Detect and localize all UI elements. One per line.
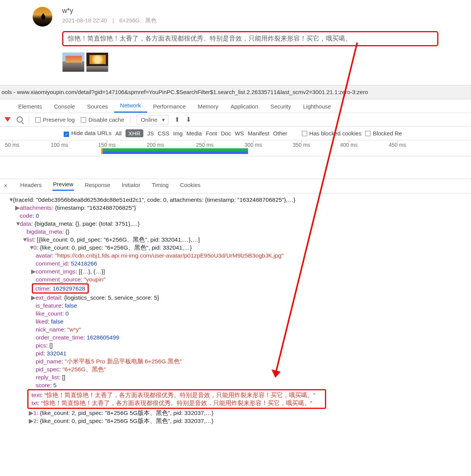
subtab-response[interactable]: Response	[84, 182, 111, 190]
throttling-select[interactable]: Online	[137, 115, 168, 124]
json-preview[interactable]: ▼{traceId: "0debc3956b8ea8d62536dc88e51e…	[0, 193, 471, 432]
filter-css[interactable]: CSS	[158, 130, 170, 137]
subtab-preview[interactable]: Preview	[52, 181, 74, 191]
timeline-tick: 300 ms	[245, 142, 262, 148]
tab-console[interactable]: Console	[48, 103, 81, 113]
subtab-headers[interactable]: Headers	[19, 182, 42, 190]
review-text-highlight: 惊艳！简直惊艳！太香了，各方面表现都很优秀。特别是音效，只能用炸裂来形容！买它，…	[62, 31, 438, 46]
timeline-tick: 350 ms	[293, 142, 310, 148]
tab-network[interactable]: Network	[114, 102, 147, 113]
avatar	[33, 7, 52, 27]
ctime-highlight: ctime: 1629297628	[32, 283, 89, 294]
timeline-tick: 100 ms	[51, 142, 68, 148]
tab-security[interactable]: Security	[264, 103, 297, 113]
filter-media[interactable]: Media	[187, 130, 202, 137]
review-body: w*y 2021-08-18 22:40 | 6+256G、黑色 惊艳！简直惊艳…	[62, 7, 438, 72]
timeline-tick: 250 ms	[196, 142, 214, 148]
close-icon[interactable]: ×	[4, 182, 7, 189]
network-toolbar-1: Preserve log Disable cache Online ⬆ ⬇	[0, 113, 471, 127]
hide-data-urls-checkbox[interactable]: ✓Hide data URLs	[64, 130, 111, 137]
filter-ws[interactable]: WS	[235, 130, 244, 137]
review-images	[62, 52, 438, 72]
subtab-timing[interactable]: Timing	[151, 182, 169, 190]
review-meta: 2021-08-18 22:40 | 6+256G、黑色	[62, 17, 438, 24]
subtab-initiator[interactable]: Initiator	[121, 182, 141, 190]
timeline-tick: 50 ms	[5, 142, 19, 148]
waterfall-timeline[interactable]: 50 ms 100 ms 150 ms 200 ms 250 ms 300 ms…	[0, 140, 471, 156]
request-detail-tabs: × Headers Preview Response Initiator Tim…	[0, 179, 471, 193]
devtools-main-tabs: Elements Console Sources Network Perform…	[0, 99, 471, 113]
tab-performance[interactable]: Performance	[147, 103, 192, 113]
tab-elements[interactable]: Elements	[12, 103, 48, 113]
separator	[130, 116, 130, 123]
meta-separator: |	[113, 17, 114, 24]
filter-icon[interactable]	[5, 117, 11, 122]
timeline-spacer	[0, 156, 471, 179]
separator	[29, 116, 29, 123]
filter-font[interactable]: Font	[206, 130, 217, 137]
blocked-cookies-checkbox[interactable]: Has blocked cookies	[302, 130, 362, 137]
timeline-bar	[103, 148, 248, 151]
preserve-log-checkbox[interactable]: Preserve log	[35, 116, 75, 123]
devtools-titlebar: ools - www.xiaomiyoupin.com/detail?gid=1…	[0, 85, 471, 99]
timeline-bar	[103, 151, 248, 154]
review-spec: 6+256G、黑色	[119, 17, 157, 24]
timeline-tick: 450 ms	[389, 142, 406, 148]
filter-js[interactable]: JS	[147, 130, 154, 137]
tab-sources[interactable]: Sources	[81, 103, 114, 113]
tab-lighthouse[interactable]: Lighthouse	[297, 103, 337, 113]
review-image-thumb[interactable]	[62, 52, 85, 72]
filter-doc[interactable]: Doc	[221, 130, 231, 137]
subtab-cookies[interactable]: Cookies	[179, 182, 201, 190]
reviewer-nick: w*y	[62, 7, 438, 15]
filter-xhr[interactable]: XHR	[126, 129, 144, 137]
review-text: 惊艳！简直惊艳！太香了，各方面表现都很优秀。特别是音效，只能用炸裂来形容！买它，…	[68, 35, 352, 42]
text-highlight-box: text: "惊艳！简直惊艳！太香了，各方面表现都很优秀。特别是音效，只能用炸裂…	[27, 389, 326, 409]
search-icon[interactable]	[17, 116, 23, 123]
blocked-requests-checkbox[interactable]: Blocked Re	[365, 130, 402, 137]
tab-application[interactable]: Application	[225, 103, 264, 113]
review-date: 2021-08-18 22:40	[62, 17, 107, 24]
filter-img[interactable]: Img	[173, 130, 183, 137]
download-icon[interactable]: ⬇	[186, 116, 191, 124]
review-image-thumb[interactable]	[86, 52, 108, 72]
network-toolbar-2: ✓Hide data URLs All XHR JS CSS Img Media…	[0, 127, 471, 140]
timeline-tick: 200 ms	[147, 142, 164, 148]
timeline-tick: 150 ms	[98, 142, 116, 148]
filter-manifest[interactable]: Manifest	[248, 130, 269, 137]
review-card: w*y 2021-08-18 22:40 | 6+256G、黑色 惊艳！简直惊艳…	[0, 0, 471, 77]
tab-memory[interactable]: Memory	[192, 103, 225, 113]
json-root: {traceId: "0debc3956b8ea8d62536dc88e51ed…	[13, 196, 295, 203]
upload-icon[interactable]: ⬆	[174, 116, 180, 124]
filter-all[interactable]: All	[115, 130, 122, 137]
disable-cache-checkbox[interactable]: Disable cache	[81, 116, 124, 123]
filter-other[interactable]: Other	[273, 130, 287, 137]
timeline-tick: 400 ms	[340, 142, 358, 148]
